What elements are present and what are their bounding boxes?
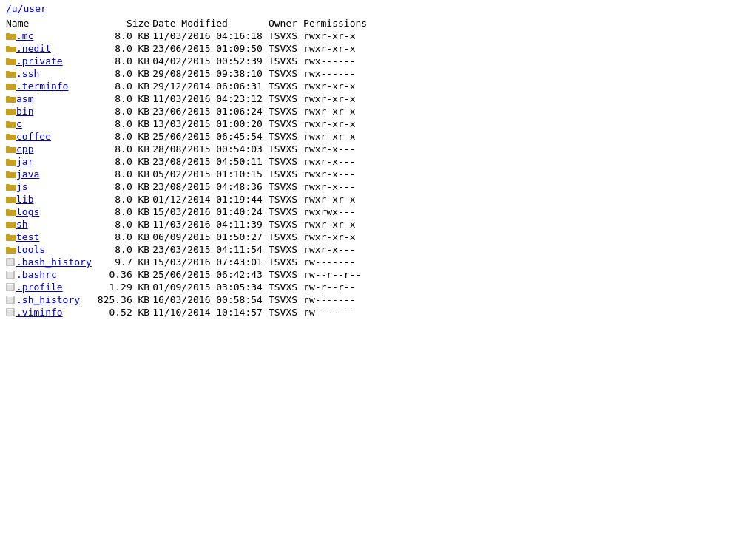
file-owner-cell: TSVXS	[269, 281, 303, 293]
file-perms-cell: rw--r--r--	[303, 268, 373, 281]
file-link[interactable]: sh	[16, 219, 28, 230]
file-link[interactable]: logs	[16, 206, 39, 217]
table-row: .private8.0 KB04/02/2015 00:52:39TSVXSrw…	[6, 55, 373, 67]
file-link[interactable]: java	[16, 169, 39, 180]
table-row: test8.0 KB06/09/2015 01:50:27TSVXSrwxr-x…	[6, 231, 373, 243]
file-size-cell: 8.0 KB	[98, 180, 152, 193]
file-size-cell: 0.52 KB	[98, 306, 152, 319]
svg-rect-26	[6, 197, 16, 203]
file-owner-cell: TSVXS	[269, 67, 303, 80]
file-name-cell: jar	[6, 155, 98, 168]
file-owner-cell: TSVXS	[269, 243, 303, 256]
file-link[interactable]: .sh_history	[16, 294, 80, 305]
file-link[interactable]: tools	[16, 244, 45, 255]
file-link[interactable]: .viminfo	[16, 307, 63, 318]
file-perms-cell: rwxr-xr-x	[303, 193, 373, 205]
file-link[interactable]: c	[16, 118, 22, 129]
file-owner-cell: TSVXS	[269, 155, 303, 168]
table-row: tools8.0 KB23/03/2015 04:11:54TSVXSrwxr-…	[6, 243, 373, 256]
breadcrumb[interactable]: /u/user	[6, 3, 750, 14]
svg-rect-35	[6, 247, 10, 248]
file-size-cell: 8.0 KB	[98, 193, 152, 205]
file-link[interactable]: .terminfo	[16, 81, 68, 92]
file-perms-cell: rwxr-x---	[303, 155, 373, 168]
breadcrumb-link[interactable]: /u/user	[6, 3, 47, 14]
file-date-cell: 11/03/2016 04:11:39	[152, 218, 269, 231]
file-perms-cell: rw-------	[303, 306, 373, 319]
folder-icon	[6, 131, 16, 142]
col-permissions: Permissions	[303, 17, 373, 30]
file-size-cell: 9.7 KB	[98, 256, 152, 268]
file-owner-cell: TSVXS	[269, 80, 303, 92]
file-size-cell: 8.0 KB	[98, 67, 152, 80]
file-link[interactable]: bin	[16, 106, 33, 117]
file-size-cell: 8.0 KB	[98, 231, 152, 243]
file-link[interactable]: .nedit	[16, 43, 51, 54]
file-link[interactable]: asm	[16, 93, 33, 104]
file-link[interactable]: .private	[16, 55, 63, 67]
table-row: java8.0 KB05/02/2015 01:10:15TSVXSrwxr-x…	[6, 168, 373, 180]
file-name-cell: .bashrc	[6, 268, 98, 281]
file-link[interactable]: jar	[16, 156, 33, 167]
file-owner-cell: TSVXS	[269, 42, 303, 55]
table-row: .profile1.29 KB01/09/2015 03:05:34TSVXSr…	[6, 281, 373, 293]
file-date-cell: 05/02/2015 01:10:15	[152, 168, 269, 180]
file-link[interactable]: .bashrc	[16, 269, 57, 280]
file-icon	[6, 294, 16, 305]
file-perms-cell: rw-------	[303, 256, 373, 268]
file-perms-cell: rwxr-x---	[303, 168, 373, 180]
file-perms-cell: rwx------	[303, 55, 373, 67]
file-perms-cell: rwxr-xr-x	[303, 42, 373, 55]
folder-icon	[6, 81, 16, 92]
file-owner-cell: TSVXS	[269, 231, 303, 243]
svg-rect-4	[6, 59, 16, 65]
svg-rect-11	[6, 96, 10, 98]
folder-icon	[6, 244, 16, 255]
file-date-cell: 15/03/2016 07:43:01	[152, 256, 269, 268]
file-size-cell: 8.0 KB	[98, 80, 152, 92]
file-owner-cell: TSVXS	[269, 105, 303, 118]
file-date-cell: 15/03/2016 01:40:24	[152, 205, 269, 218]
file-name-cell: java	[6, 168, 98, 180]
file-link[interactable]: cpp	[16, 143, 33, 154]
file-name-cell: .viminfo	[6, 306, 98, 319]
folder-icon	[6, 43, 16, 54]
file-name-cell: .private	[6, 55, 98, 67]
file-date-cell: 11/10/2014 10:14:57	[152, 306, 269, 319]
file-link[interactable]: .mc	[16, 30, 33, 41]
file-perms-cell: rwxr-xr-x	[303, 80, 373, 92]
file-link[interactable]: lib	[16, 194, 33, 205]
file-perms-cell: rwxrwx---	[303, 205, 373, 218]
svg-rect-32	[6, 235, 16, 241]
svg-rect-10	[6, 97, 16, 103]
file-link[interactable]: coffee	[16, 131, 51, 142]
file-owner-cell: TSVXS	[269, 130, 303, 143]
file-date-cell: 25/06/2015 06:45:54	[152, 130, 269, 143]
folder-icon	[6, 106, 16, 117]
svg-rect-31	[6, 222, 10, 223]
svg-rect-5	[6, 58, 10, 60]
table-row: lib8.0 KB01/12/2014 01:19:44TSVXSrwxr-xr…	[6, 193, 373, 205]
file-owner-cell: TSVXS	[269, 180, 303, 193]
table-row: coffee8.0 KB25/06/2015 06:45:54TSVXSrwxr…	[6, 130, 373, 143]
file-link[interactable]: .profile	[16, 282, 63, 293]
folder-icon	[6, 206, 16, 217]
file-date-cell: 23/08/2015 04:48:36	[152, 180, 269, 193]
file-link[interactable]: test	[16, 231, 39, 242]
file-link[interactable]: .bash_history	[16, 256, 92, 268]
svg-rect-20	[6, 160, 16, 166]
file-owner-cell: TSVXS	[269, 306, 303, 319]
file-link[interactable]: .ssh	[16, 68, 39, 79]
col-owner: Owner	[269, 17, 303, 30]
svg-rect-7	[6, 71, 10, 72]
file-table: Name Size Date Modified Owner Permission…	[6, 17, 373, 319]
file-link[interactable]: js	[16, 181, 28, 192]
file-name-cell: coffee	[6, 130, 98, 143]
col-date: Date Modified	[152, 17, 269, 30]
table-row: .bashrc0.36 KB25/06/2015 06:42:43TSVXSrw…	[6, 268, 373, 281]
file-name-cell: .profile	[6, 281, 98, 293]
file-icon	[6, 269, 16, 280]
file-owner-cell: TSVXS	[269, 193, 303, 205]
file-name-cell: asm	[6, 92, 98, 105]
file-name-cell: .ssh	[6, 67, 98, 80]
